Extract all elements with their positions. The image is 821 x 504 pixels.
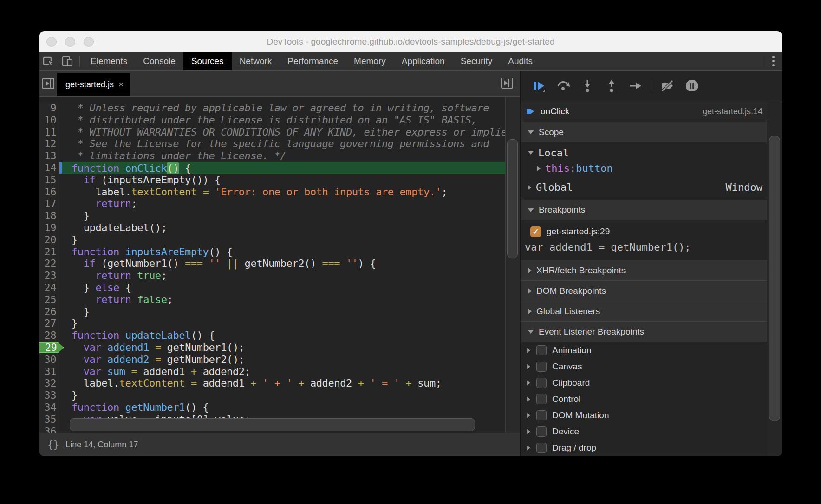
- line-number[interactable]: 20: [39, 234, 59, 246]
- code-line-17[interactable]: 17 return;: [39, 198, 505, 210]
- elb-item-canvas[interactable]: Canvas: [521, 358, 767, 375]
- code-line-11[interactable]: 11 * WITHOUT WARRANTIES OR CONDITIONS OF…: [39, 126, 505, 138]
- line-number[interactable]: 25: [39, 294, 59, 306]
- section-scope[interactable]: Scope: [521, 122, 767, 142]
- line-number[interactable]: 32: [39, 377, 59, 389]
- tab-audits[interactable]: Audits: [500, 52, 541, 70]
- customize-devtools-icon[interactable]: [765, 56, 782, 66]
- code-line-22[interactable]: 22 if (getNumber1() === '' || getNumber2…: [39, 258, 505, 270]
- code-line-30[interactable]: 30 var addend2 = getNumber2();: [39, 354, 505, 366]
- breakpoint-checkbox[interactable]: ✓: [530, 226, 541, 237]
- tab-network[interactable]: Network: [232, 52, 280, 70]
- code-line-20[interactable]: 20}: [39, 234, 505, 246]
- code-line-21[interactable]: 21function inputsAreEmpty() {: [39, 246, 505, 258]
- code-line-31[interactable]: 31 var sum = addend1 + addend2;: [39, 366, 505, 378]
- code-line-32[interactable]: 32 label.textContent = addend1 + ' + ' +…: [39, 377, 505, 389]
- code-line-13[interactable]: 13 * limitations under the License. */: [39, 150, 505, 162]
- scope-this-row[interactable]: this: button: [521, 161, 767, 176]
- elb-checkbox[interactable]: [536, 362, 547, 372]
- line-number[interactable]: 28: [39, 330, 59, 342]
- tab-security[interactable]: Security: [453, 52, 501, 70]
- line-number[interactable]: 35: [39, 414, 59, 426]
- elb-item-drag-drop[interactable]: Drag / drop: [521, 439, 767, 456]
- line-number[interactable]: 31: [39, 366, 59, 378]
- code-line-34[interactable]: 34function getNumber1() {: [39, 401, 505, 414]
- line-number[interactable]: 15: [39, 174, 59, 186]
- editor-horizontal-scrollbar-thumb[interactable]: [70, 418, 475, 431]
- line-number[interactable]: 26: [39, 306, 59, 318]
- line-number[interactable]: 11: [39, 126, 59, 138]
- elb-item-clipboard[interactable]: Clipboard: [521, 375, 767, 391]
- line-number[interactable]: 12: [39, 138, 59, 150]
- elb-checkbox[interactable]: [536, 443, 547, 453]
- file-tab-get-started-js[interactable]: get-started.js ×: [57, 73, 130, 96]
- line-number[interactable]: 24: [39, 282, 59, 294]
- code-line-25[interactable]: 25 return false;: [39, 294, 505, 306]
- show-debugger-panel-icon[interactable]: [501, 77, 514, 89]
- device-toolbar-icon[interactable]: [58, 52, 77, 70]
- section-xhr-fetch-breakpoints[interactable]: XHR/fetch Breakpoints: [521, 260, 767, 281]
- code-line-16[interactable]: 16 label.textContent = 'Error: one or bo…: [39, 186, 505, 198]
- step-over-icon[interactable]: [553, 78, 574, 94]
- code-line-10[interactable]: 10 * distributed under the License is di…: [39, 114, 505, 126]
- elb-item-control[interactable]: Control: [521, 391, 767, 407]
- tab-application[interactable]: Application: [394, 52, 453, 70]
- code-line-26[interactable]: 26 }: [39, 306, 505, 318]
- elb-checkbox[interactable]: [536, 426, 547, 437]
- line-number[interactable]: 18: [39, 210, 59, 222]
- section-global-listeners[interactable]: Global Listeners: [521, 301, 767, 322]
- close-tab-icon[interactable]: ×: [118, 79, 124, 90]
- elb-checkbox[interactable]: [536, 410, 547, 420]
- deactivate-breakpoints-icon[interactable]: [657, 78, 678, 94]
- line-number[interactable]: 36: [39, 426, 59, 433]
- line-number[interactable]: 22: [39, 258, 59, 270]
- tab-performance[interactable]: Performance: [280, 52, 346, 70]
- code-line-23[interactable]: 23 return true;: [39, 270, 505, 282]
- elb-item-device[interactable]: Device: [521, 423, 767, 439]
- section-dom-breakpoints[interactable]: DOM Breakpoints: [521, 281, 767, 301]
- step-into-icon[interactable]: [577, 78, 598, 94]
- line-number[interactable]: 17: [39, 198, 59, 210]
- elb-item-dom-mutation[interactable]: DOM Mutation: [521, 407, 767, 423]
- scope-global[interactable]: Global Window: [521, 180, 767, 195]
- line-number[interactable]: 34: [39, 401, 59, 414]
- line-number[interactable]: 14: [39, 162, 59, 174]
- line-number[interactable]: 9: [39, 102, 59, 114]
- line-number[interactable]: 33: [39, 389, 59, 401]
- pause-on-exceptions-icon[interactable]: [681, 78, 703, 94]
- elb-item-animation[interactable]: Animation: [521, 342, 767, 358]
- code-line-12[interactable]: 12 * See the License for the specific la…: [39, 138, 505, 150]
- code-line-19[interactable]: 19 updateLabel();: [39, 222, 505, 234]
- call-frame-onclick[interactable]: onClick get-started.js:14: [521, 101, 767, 122]
- code-line-27[interactable]: 27}: [39, 317, 505, 330]
- resume-icon[interactable]: [528, 78, 550, 94]
- step-out-icon[interactable]: [601, 78, 622, 94]
- line-number[interactable]: 13: [39, 150, 59, 162]
- code-line-28[interactable]: 28function updateLabel() {: [39, 330, 505, 342]
- show-navigator-icon[interactable]: [39, 71, 57, 96]
- breakpoint-entry[interactable]: ✓ get-started.js:29 var addend1 = getNum…: [521, 220, 767, 260]
- line-number[interactable]: 16: [39, 186, 59, 198]
- line-number[interactable]: 23: [39, 270, 59, 282]
- line-number[interactable]: 10: [39, 114, 59, 126]
- tab-elements[interactable]: Elements: [83, 52, 135, 70]
- code-line-33[interactable]: 33}: [39, 389, 505, 401]
- code-line-29[interactable]: 29 var addend1 = getNumber1();: [39, 342, 505, 354]
- elb-checkbox[interactable]: [536, 394, 547, 404]
- breakpoint-badge[interactable]: 29: [39, 342, 59, 354]
- inspect-icon[interactable]: [39, 52, 58, 70]
- tab-memory[interactable]: Memory: [346, 52, 394, 70]
- code-editor[interactable]: 9 * Unless required by applicable law or…: [39, 97, 520, 433]
- section-breakpoints[interactable]: Breakpoints: [521, 200, 767, 220]
- code-line-24[interactable]: 24 } else {: [39, 282, 505, 294]
- editor-vertical-scrollbar-thumb[interactable]: [507, 139, 518, 258]
- step-icon[interactable]: [625, 78, 646, 94]
- code-line-18[interactable]: 18 }: [39, 210, 505, 222]
- tab-console[interactable]: Console: [135, 52, 183, 70]
- line-number[interactable]: 30: [39, 354, 59, 366]
- elb-checkbox[interactable]: [536, 345, 547, 355]
- line-number[interactable]: 19: [39, 222, 59, 234]
- line-number[interactable]: 27: [39, 317, 59, 330]
- pretty-print-icon[interactable]: {}: [39, 439, 65, 450]
- tab-sources[interactable]: Sources: [183, 52, 232, 70]
